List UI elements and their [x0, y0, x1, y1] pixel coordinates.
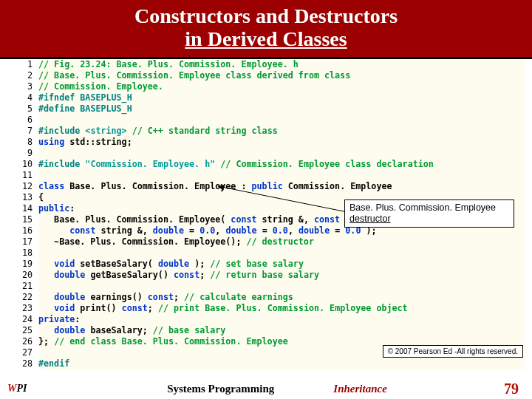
code-text: double baseSalary; // base salary	[38, 325, 525, 336]
line-number: 23	[7, 303, 38, 314]
callout-class-name: Base. Plus. Commission. Employee	[349, 202, 496, 213]
code-text: ~Base. Plus. Commission. Employee(); // …	[38, 236, 525, 248]
code-text: private:	[38, 314, 525, 325]
footer: WPI Systems Programming Inheritance 79	[0, 378, 532, 399]
code-line: 7#include <string> // C++ standard strin…	[7, 126, 525, 137]
line-number: 22	[7, 292, 38, 303]
code-text	[38, 148, 525, 159]
code-line: 20 double getBaseSalary() const; // retu…	[7, 270, 525, 281]
code-line: 12class Base. Plus. Commission. Employee…	[7, 181, 525, 192]
line-number: 9	[7, 148, 38, 159]
slide: Constructors and Destructors in Derived …	[0, 0, 532, 399]
line-number: 17	[7, 236, 38, 248]
line-number: 8	[7, 137, 38, 148]
code-text: #include "Commission. Employee. h" // Co…	[38, 159, 525, 170]
slide-body: 1// Fig. 23.24: Base. Plus. Commission. …	[0, 59, 532, 378]
code-line: 24private:	[7, 314, 525, 325]
callout-box: Base. Plus. Commission. Employee destruc…	[344, 200, 514, 228]
line-number: 24	[7, 314, 38, 325]
code-line: 23 void print() const; // print Base. Pl…	[7, 303, 525, 314]
line-number: 14	[7, 203, 38, 214]
wpi-logo: WPI	[0, 383, 66, 395]
code-text	[38, 115, 525, 126]
code-line: 19 void setBaseSalary( double ); // set …	[7, 259, 525, 270]
code-text: #endif	[38, 358, 525, 369]
code-line: 5#define BASEPLUS_H	[7, 103, 525, 115]
title-line-2: in Derived Classes	[0, 27, 532, 50]
code-text: #define BASEPLUS_H	[38, 103, 525, 115]
code-text: class Base. Plus. Commission. Employee :…	[38, 181, 525, 192]
line-number: 21	[7, 281, 38, 292]
page-number: 79	[488, 381, 532, 398]
line-number: 7	[7, 126, 38, 137]
line-number: 1	[7, 59, 38, 70]
line-number: 2	[7, 70, 38, 81]
line-number: 13	[7, 192, 38, 203]
code-text: using std::string;	[38, 137, 525, 148]
footer-center: Systems Programming Inheritance	[66, 383, 488, 395]
line-number: 26	[7, 336, 38, 347]
copyright-notice: © 2007 Pearson Ed -All rights reserved.	[383, 345, 523, 358]
code-line: 1// Fig. 23.24: Base. Plus. Commission. …	[7, 59, 525, 70]
code-text: // Base. Plus. Commission. Employee clas…	[38, 70, 525, 81]
code-text: double getBaseSalary() const; // return …	[38, 270, 525, 281]
line-number: 4	[7, 92, 38, 103]
line-number: 5	[7, 103, 38, 115]
line-number: 3	[7, 81, 38, 92]
code-line: 21	[7, 281, 525, 292]
line-number: 28	[7, 358, 38, 369]
code-text	[38, 281, 525, 292]
code-text	[38, 248, 525, 259]
code-text: #include <string> // C++ standard string…	[38, 126, 525, 137]
code-line: 3// Commission. Employee.	[7, 81, 525, 92]
line-number: 12	[7, 181, 38, 192]
line-number: 20	[7, 270, 38, 281]
slide-title: Constructors and Destructors in Derived …	[0, 0, 532, 59]
code-text: // Commission. Employee.	[38, 81, 525, 92]
line-number: 10	[7, 159, 38, 170]
code-line: 28#endif	[7, 358, 525, 369]
line-number: 11	[7, 170, 38, 181]
footer-course: Systems Programming	[167, 383, 274, 395]
code-text: double earnings() const; // calculate ea…	[38, 292, 525, 303]
code-text: // Fig. 23.24: Base. Plus. Commission. E…	[38, 59, 525, 70]
code-line: 18	[7, 248, 525, 259]
line-number: 15	[7, 214, 38, 225]
code-text: void setBaseSalary( double ); // set bas…	[38, 259, 525, 270]
code-line: 9	[7, 148, 525, 159]
logo-pi: PI	[16, 383, 27, 394]
code-line: 17 ~Base. Plus. Commission. Employee(); …	[7, 236, 525, 248]
line-number: 19	[7, 259, 38, 270]
code-line: 2// Base. Plus. Commission. Employee cla…	[7, 70, 525, 81]
code-text: void print() const; // print Base. Plus.…	[38, 303, 525, 314]
code-text	[38, 170, 525, 181]
line-number: 25	[7, 325, 38, 336]
code-line: 22 double earnings() const; // calculate…	[7, 292, 525, 303]
code-line: 8using std::string;	[7, 137, 525, 148]
line-number: 27	[7, 347, 38, 358]
line-number: 18	[7, 248, 38, 259]
code-line: 11	[7, 170, 525, 181]
code-line: 10#include "Commission. Employee. h" // …	[7, 159, 525, 170]
code-line: 25 double baseSalary; // base salary	[7, 325, 525, 336]
line-number: 16	[7, 225, 38, 236]
code-line: 6	[7, 115, 525, 126]
logo-w: W	[7, 383, 16, 394]
code-text: #ifndef BASEPLUS_H	[38, 92, 525, 103]
footer-topic: Inheritance	[333, 383, 387, 395]
code-line: 4#ifndef BASEPLUS_H	[7, 92, 525, 103]
callout-keyword: destructor	[349, 214, 391, 224]
title-line-1: Constructors and Destructors	[0, 4, 532, 27]
line-number: 6	[7, 115, 38, 126]
